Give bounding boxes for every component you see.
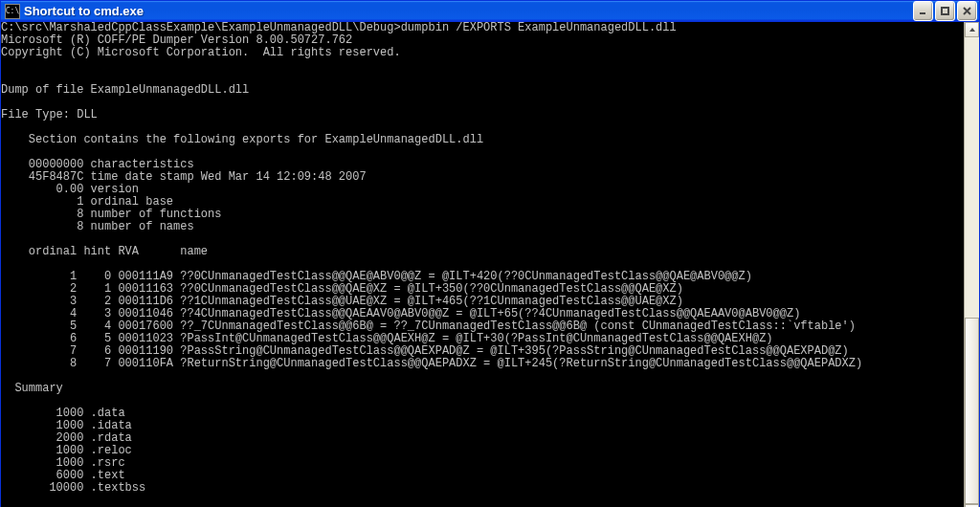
scroll-up-button[interactable] xyxy=(965,22,979,37)
console-line: 8 number of functions xyxy=(1,208,221,221)
cmd-window: C:\ Shortcut to cmd.exe C:\src\Marshaled… xyxy=(0,0,980,507)
maximize-icon xyxy=(940,6,950,16)
console-line: 00000000 characteristics xyxy=(1,158,194,171)
chevron-up-icon xyxy=(969,26,976,33)
export-row: 8 7 000110FA ?ReturnString@CUnmanagedTes… xyxy=(1,357,862,370)
export-row: 5 4 00017600 ??_7CUnmanagedTestClass@@6B… xyxy=(1,320,856,333)
cmd-icon: C:\ xyxy=(5,4,20,19)
summary-row: 1000 .idata xyxy=(1,419,132,432)
console-line: Dump of file ExampleUnmanagedDLL.dll xyxy=(1,83,249,97)
console-line: 45F8487C time date stamp Wed Mar 14 12:0… xyxy=(1,170,367,184)
close-button[interactable] xyxy=(957,1,977,21)
client-area: C:\src\MarshaledCppClassExample\ExampleU… xyxy=(1,21,979,507)
console-line: 0.00 version xyxy=(1,183,139,196)
scrollbar-thumb[interactable] xyxy=(965,318,979,504)
vertical-scrollbar[interactable] xyxy=(964,22,979,507)
svg-rect-1 xyxy=(942,8,948,14)
minimize-button[interactable] xyxy=(913,1,933,21)
titlebar[interactable]: C:\ Shortcut to cmd.exe xyxy=(1,1,979,21)
export-row: 3 2 000111D6 ??1CUnmanagedTestClass@@UAE… xyxy=(1,295,683,308)
export-row: 1 0 000111A9 ??0CUnmanagedTestClass@@QAE… xyxy=(1,270,752,283)
export-row: 2 1 00011163 ??0CUnmanagedTestClass@@QAE… xyxy=(1,282,683,296)
console-line: ordinal hint RVA name xyxy=(1,245,208,258)
console-line: Summary xyxy=(1,382,63,395)
console-line: File Type: DLL xyxy=(1,108,98,121)
export-row: 4 3 00011046 ??4CUnmanagedTestClass@@QAE… xyxy=(1,307,800,320)
summary-row: 1000 .reloc xyxy=(1,444,132,457)
console-line: Microsoft (R) COFF/PE Dumper Version 8.0… xyxy=(1,33,352,47)
summary-row: 6000 .text xyxy=(1,469,125,482)
window-title: Shortcut to cmd.exe xyxy=(24,4,913,18)
export-row: 6 5 00011023 ?PassInt@CUnmanagedTestClas… xyxy=(1,332,773,345)
console-line: Copyright (C) Microsoft Corporation. All… xyxy=(1,46,401,59)
export-row: 7 6 00011190 ?PassString@CUnmanagedTestC… xyxy=(1,344,849,358)
summary-row: 1000 .data xyxy=(1,407,125,420)
console-line: Section contains the following exports f… xyxy=(1,133,483,146)
summary-row: 1000 .rsrc xyxy=(1,456,125,470)
summary-row: 10000 .textbss xyxy=(1,481,145,495)
console-line: 8 number of names xyxy=(1,220,194,233)
scrollbar-track[interactable] xyxy=(965,37,979,504)
console-line: 1 ordinal base xyxy=(1,195,173,209)
summary-row: 2000 .rdata xyxy=(1,431,132,445)
window-controls xyxy=(913,1,977,21)
close-icon xyxy=(962,6,972,16)
maximize-button[interactable] xyxy=(935,1,955,21)
console-output[interactable]: C:\src\MarshaledCppClassExample\ExampleU… xyxy=(1,22,964,507)
minimize-icon xyxy=(918,6,928,16)
